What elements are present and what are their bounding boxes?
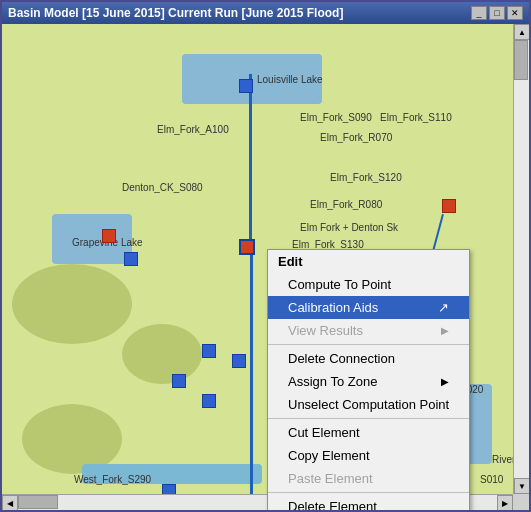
main-window: Basin Model [15 June 2015] Current Run [… [0,0,531,512]
connection-line-3 [250,252,253,502]
node-grapevine-1[interactable] [102,229,116,243]
assign-zone-arrow: ▶ [441,376,449,387]
context-menu: Edit Compute To Point Calibration Aids ↗… [267,249,470,510]
map-label-west-fork: West_Fork_S290 [74,474,151,485]
map-label-s010: S010 [480,474,503,485]
menu-separator-2 [268,418,469,419]
scroll-thumb-horizontal[interactable] [18,495,58,509]
terrain-1 [12,264,132,344]
close-button[interactable]: ✕ [507,6,523,20]
map-label-denton: Denton_CK_S080 [122,182,203,193]
node-selected[interactable] [239,239,255,255]
map-label-elm-denton: Elm Fork + Denton Sk [300,222,398,233]
node-grape-2[interactable] [124,252,138,266]
scroll-left-button[interactable]: ◀ [2,495,18,510]
map-canvas[interactable]: Louisville Lake Elm_Fork_S090 Elm_Fork_S… [2,24,529,510]
window-controls: _ □ ✕ [471,6,523,20]
menu-item-delete-connection[interactable]: Delete Connection [268,347,469,370]
node-center-2[interactable] [172,374,186,388]
scroll-thumb-vertical[interactable] [514,40,528,80]
scroll-right-button[interactable]: ▶ [497,495,513,510]
map-label-elm-r080: Elm_Fork_R080 [310,199,382,210]
menu-item-copy[interactable]: Copy Element [268,444,469,467]
map-label-elm-s090: Elm_Fork_S090 [300,112,372,123]
node-1[interactable] [239,79,253,93]
window-title: Basin Model [15 June 2015] Current Run [… [8,6,343,20]
menu-item-paste: Paste Element [268,467,469,490]
menu-item-delete-element[interactable]: Delete Element [268,495,469,510]
menu-item-view-results: View Results ▶ [268,319,469,342]
menu-item-edit: Edit [268,250,469,273]
minimize-button[interactable]: _ [471,6,487,20]
node-center-4[interactable] [232,354,246,368]
map-label-elm-s120: Elm_Fork_S120 [330,172,402,183]
scroll-track-vertical[interactable] [514,40,529,478]
node-red-1[interactable] [442,199,456,213]
menu-item-cut[interactable]: Cut Element [268,421,469,444]
scroll-down-button[interactable]: ▼ [514,478,529,494]
node-center-1[interactable] [202,344,216,358]
map-label-elm-a100: Elm_Fork_A100 [157,124,229,135]
scrollbar-vertical[interactable]: ▲ ▼ [513,24,529,494]
menu-item-unselect[interactable]: Unselect Computation Point [268,393,469,416]
map-label-elm-s110: Elm_Fork_S110 [380,112,452,123]
menu-item-assign-zone[interactable]: Assign To Zone ▶ [268,370,469,393]
menu-item-calibration[interactable]: Calibration Aids ↗ [268,296,469,319]
map-label-louisville: Louisville Lake [257,74,323,85]
title-bar: Basin Model [15 June 2015] Current Run [… [2,2,529,24]
connection-line-1 [249,74,252,254]
scroll-corner [513,494,529,510]
menu-separator-3 [268,492,469,493]
map-label-elm-r070: Elm_Fork_R070 [320,132,392,143]
menu-separator-1 [268,344,469,345]
menu-item-compute[interactable]: Compute To Point [268,273,469,296]
scroll-up-button[interactable]: ▲ [514,24,529,40]
terrain-3 [122,324,202,384]
node-center-3[interactable] [202,394,216,408]
maximize-button[interactable]: □ [489,6,505,20]
calibration-cursor: ↗ [438,300,449,315]
view-results-arrow: ▶ [441,325,449,336]
